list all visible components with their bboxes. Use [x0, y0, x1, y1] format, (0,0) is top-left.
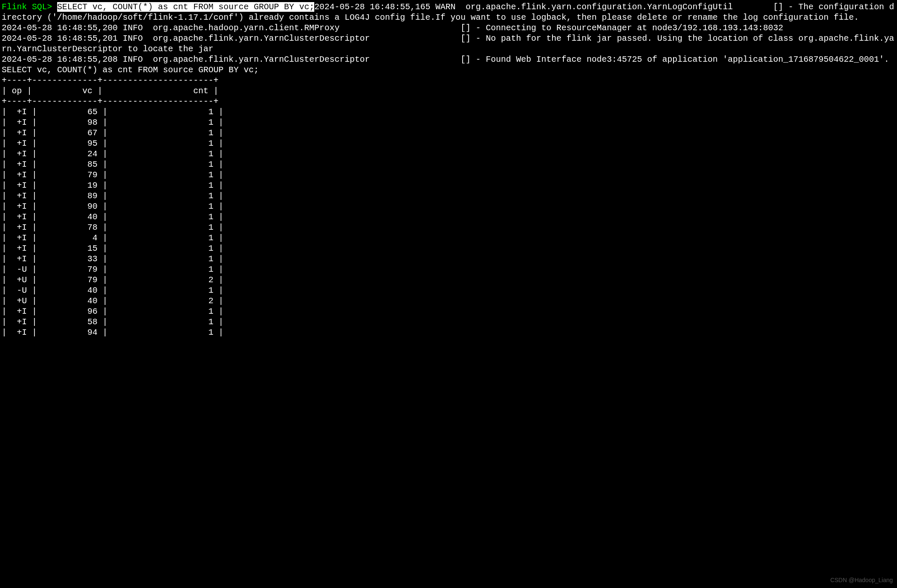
sql-command-highlighted: SELECT vc, COUNT(*) as cnt FROM source G… — [57, 2, 314, 12]
echoed-sql: SELECT vc, COUNT(*) as cnt FROM source G… — [2, 65, 259, 75]
watermark-text: CSDN @Hadoop_Liang — [830, 575, 893, 585]
result-table: +----+-------------+--------------------… — [2, 75, 895, 338]
sql-prompt: Flink SQL> — [2, 2, 57, 12]
terminal-output[interactable]: Flink SQL> SELECT vc, COUNT(*) as cnt FR… — [2, 2, 895, 338]
